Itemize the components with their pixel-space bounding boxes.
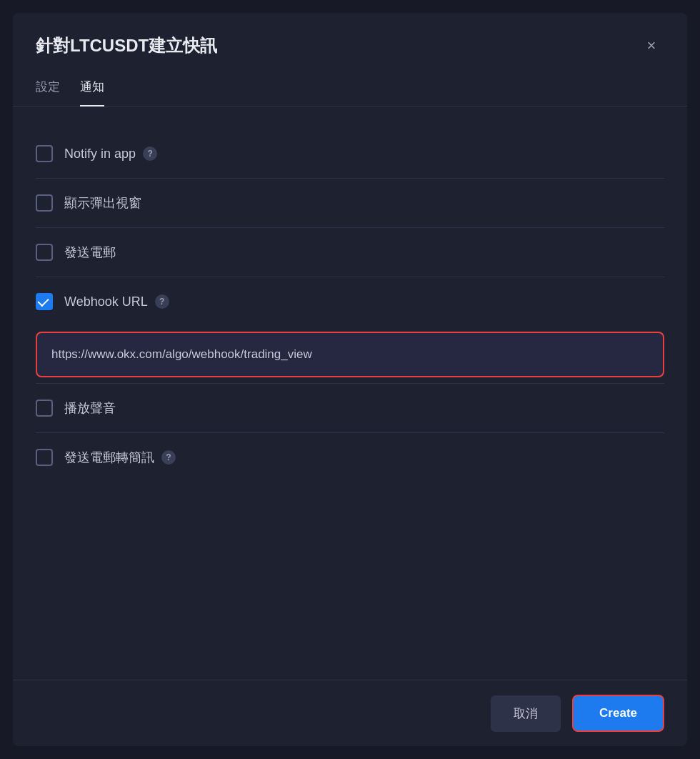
- url-input-container: [36, 332, 664, 377]
- notify-in-app-checkbox[interactable]: [36, 145, 53, 162]
- tab-bar: 設定 通知: [13, 66, 687, 106]
- send-email-row: 發送電郵: [36, 228, 664, 277]
- send-sms-row: 發送電郵轉簡訊 ?: [36, 433, 664, 482]
- send-sms-checkbox[interactable]: [36, 449, 53, 466]
- send-email-checkbox[interactable]: [36, 244, 53, 261]
- create-button[interactable]: Create: [572, 695, 664, 732]
- send-sms-label: 發送電郵轉簡訊 ?: [64, 449, 176, 466]
- play-sound-label: 播放聲音: [64, 400, 116, 417]
- send-email-label: 發送電郵: [64, 244, 116, 261]
- modal-title: 針對LTCUSDT建立快訊: [36, 34, 217, 57]
- send-sms-help-icon[interactable]: ?: [161, 450, 176, 465]
- notify-in-app-row: Notify in app ?: [36, 129, 664, 178]
- close-button[interactable]: ×: [639, 33, 664, 59]
- notify-in-app-help-icon[interactable]: ?: [143, 147, 157, 161]
- tab-settings[interactable]: 設定: [36, 79, 60, 106]
- tab-notify[interactable]: 通知: [80, 79, 104, 106]
- play-sound-checkbox[interactable]: [36, 400, 53, 417]
- webhook-url-checkbox[interactable]: [36, 293, 53, 310]
- show-popup-checkbox[interactable]: [36, 194, 53, 212]
- play-sound-row: 播放聲音: [36, 384, 664, 432]
- modal-dialog: 針對LTCUSDT建立快訊 × 設定 通知 Notify in app ?: [13, 13, 687, 746]
- modal-header: 針對LTCUSDT建立快訊 ×: [13, 13, 687, 59]
- modal-body: Notify in app ? 顯示彈出視窗 發送電郵: [13, 106, 687, 680]
- webhook-url-input[interactable]: [40, 333, 660, 376]
- notify-in-app-label: Notify in app ?: [64, 147, 157, 162]
- webhook-url-row: Webhook URL ?: [36, 277, 664, 326]
- overlay: 針對LTCUSDT建立快訊 × 設定 通知 Notify in app ?: [0, 0, 700, 759]
- show-popup-row: 顯示彈出視窗: [36, 179, 664, 227]
- show-popup-label: 顯示彈出視窗: [64, 194, 141, 212]
- webhook-url-label: Webhook URL ?: [64, 294, 169, 309]
- webhook-url-help-icon[interactable]: ?: [155, 294, 169, 309]
- cancel-button[interactable]: 取消: [491, 695, 561, 732]
- modal-footer: 取消 Create: [13, 680, 687, 746]
